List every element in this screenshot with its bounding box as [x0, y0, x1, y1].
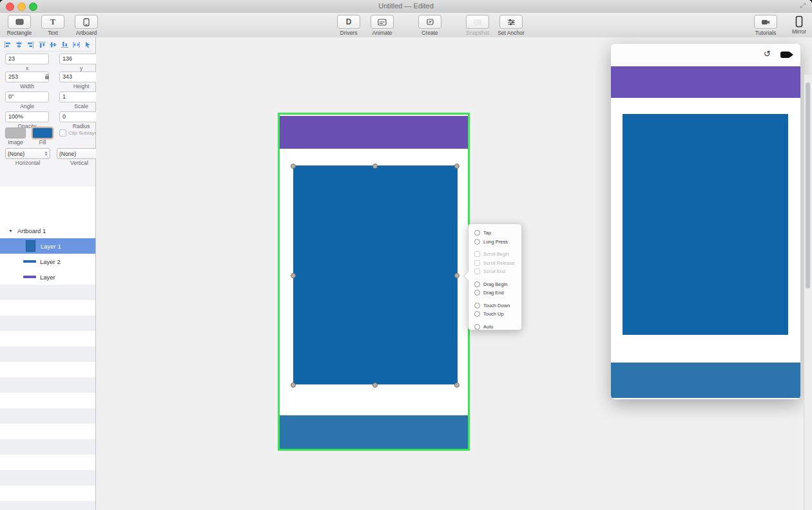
mirror-icon	[795, 15, 803, 28]
layer-thumbnail	[23, 260, 36, 263]
artboard-name: Artboard 1	[17, 227, 46, 234]
layer-row-layer[interactable]: Layer	[0, 269, 95, 285]
width-field[interactable]: 253	[5, 71, 49, 82]
gesture-option-scroll-end: Scroll End	[474, 267, 521, 276]
vertical-label: Vertical	[70, 160, 88, 166]
x-label: x	[26, 65, 28, 71]
vertical-popup[interactable]: (None) ▲▼	[57, 148, 102, 159]
width-label: Width	[20, 83, 34, 90]
canvas[interactable]: Tap Long Press Scroll Begin Scroll Relea…	[96, 37, 812, 510]
artboard-icon	[83, 18, 90, 26]
gesture-option-long-press[interactable]: Long Press	[474, 238, 521, 247]
toolbar-right-group: Tutorials Mirror	[751, 15, 812, 36]
distribute-h-icon[interactable]	[73, 41, 80, 48]
clip-sublayers-checkbox[interactable]	[59, 129, 66, 137]
create-component-icon	[426, 18, 434, 26]
gesture-option-touch-down[interactable]: Touch Down	[474, 301, 521, 310]
gesture-option-tap[interactable]: Tap	[474, 229, 521, 238]
scale-label: Scale	[74, 103, 88, 109]
animate-icon	[378, 19, 387, 26]
preview-blue-layer	[623, 114, 788, 335]
angle-field[interactable]: 0°	[5, 91, 49, 102]
snapshot-button[interactable]: Snapshot	[463, 15, 492, 36]
alignment-toolbar	[4, 39, 92, 52]
set-anchor-button[interactable]: Set Anchor	[497, 15, 525, 36]
rectangle-icon	[15, 19, 24, 25]
layers-list: ▼ Artboard 1 Layer 1 Layer 2 Layer	[0, 187, 95, 510]
radio-icon	[474, 260, 480, 266]
restart-icon[interactable]: ↺	[764, 49, 771, 59]
opacity-field[interactable]: 100%	[5, 111, 49, 122]
create-component-button[interactable]: Create	[416, 15, 444, 36]
x-field[interactable]: 23	[5, 53, 49, 64]
drivers-icon: D	[346, 18, 352, 26]
sidebar: 23 x 136 y 253 Width 343 Height	[0, 37, 96, 510]
purple-layer[interactable]	[280, 116, 468, 149]
horizontal-label: Horizontal	[15, 160, 40, 166]
preview-footer-layer	[611, 363, 800, 398]
snapshot-icon	[473, 19, 482, 25]
y-label: y	[80, 65, 82, 71]
align-left-icon[interactable]	[4, 41, 11, 48]
blue-footer-layer[interactable]	[280, 415, 468, 449]
fullscreen-icon[interactable]: ⤢	[800, 1, 806, 10]
angle-label: Angle	[20, 103, 34, 109]
toolbar-insert-group: Rectangle T Text Artboard	[5, 15, 101, 36]
gesture-option-auto[interactable]: Auto	[474, 323, 521, 332]
resize-handle-s[interactable]	[372, 382, 378, 388]
selected-blue-layer[interactable]	[293, 165, 458, 384]
drivers-button[interactable]: D Drivers	[334, 15, 363, 36]
resize-handle-w[interactable]	[291, 273, 296, 278]
resize-handle-nw[interactable]	[291, 164, 296, 169]
gesture-popup: Tap Long Press Scroll Begin Scroll Relea…	[468, 223, 522, 330]
artboard-1[interactable]	[278, 113, 470, 451]
resize-handle-sw[interactable]	[291, 382, 296, 388]
align-bottom-icon[interactable]	[61, 41, 68, 48]
fill-label: Fill	[39, 139, 46, 146]
gesture-option-drag-end[interactable]: Drag End	[474, 288, 521, 298]
layer-row-layer-1[interactable]: Layer 1	[0, 238, 95, 254]
radio-icon[interactable]	[474, 239, 480, 245]
gesture-option-drag-begin[interactable]: Drag Begin	[474, 280, 521, 289]
rectangle-button[interactable]: Rectangle	[5, 15, 34, 36]
layer-row-artboard-1[interactable]: ▼ Artboard 1	[0, 223, 104, 238]
scrollbar-thumb[interactable]	[806, 82, 810, 288]
app-window: Untitled — Edited ⤢ Rectangle T Text Art…	[0, 0, 812, 510]
radio-icon	[474, 251, 480, 257]
animate-button[interactable]: Animate	[368, 15, 396, 36]
lock-aspect-icon[interactable]	[44, 73, 50, 80]
record-icon[interactable]	[780, 52, 791, 58]
preview-purple-layer	[611, 66, 800, 98]
radio-icon[interactable]	[474, 324, 480, 330]
inspector-panel: 23 x 136 y 253 Width 343 Height	[0, 37, 95, 187]
gesture-option-touch-up[interactable]: Touch Up	[474, 310, 521, 319]
toolbar: Rectangle T Text Artboard D Drivers Anim…	[0, 13, 812, 38]
pointer-icon[interactable]	[84, 41, 92, 48]
vertical-scrollbar[interactable]	[804, 75, 812, 510]
mirror-button[interactable]: Mirror	[785, 15, 812, 36]
align-middle-v-icon[interactable]	[50, 41, 57, 48]
fill-swatch[interactable]	[32, 128, 53, 138]
radio-icon[interactable]	[474, 281, 480, 287]
disclosure-triangle-icon[interactable]: ▼	[8, 229, 13, 233]
layer-thumbnail	[26, 240, 35, 252]
horizontal-popup[interactable]: (None) ▲▼	[5, 148, 50, 159]
preview-window: ↺	[611, 44, 800, 399]
align-center-h-icon[interactable]	[15, 41, 23, 48]
align-right-icon[interactable]	[27, 41, 34, 48]
radio-icon[interactable]	[474, 303, 480, 308]
radio-icon[interactable]	[474, 230, 480, 236]
align-top-icon[interactable]	[39, 41, 46, 48]
image-swatch[interactable]	[5, 128, 26, 138]
resize-handle-e[interactable]	[454, 273, 459, 278]
radio-icon[interactable]	[474, 311, 480, 317]
resize-handle-ne[interactable]	[454, 164, 459, 169]
resize-handle-se[interactable]	[454, 382, 459, 388]
layer-row-layer-2[interactable]: Layer 2	[0, 254, 95, 269]
titlebar: Untitled — Edited ⤢	[0, 0, 812, 14]
resize-handle-n[interactable]	[372, 164, 378, 169]
text-button[interactable]: T Text	[39, 15, 67, 36]
artboard-button[interactable]: Artboard	[72, 15, 101, 36]
radio-icon[interactable]	[474, 290, 480, 296]
tutorials-button[interactable]: Tutorials	[751, 15, 780, 36]
